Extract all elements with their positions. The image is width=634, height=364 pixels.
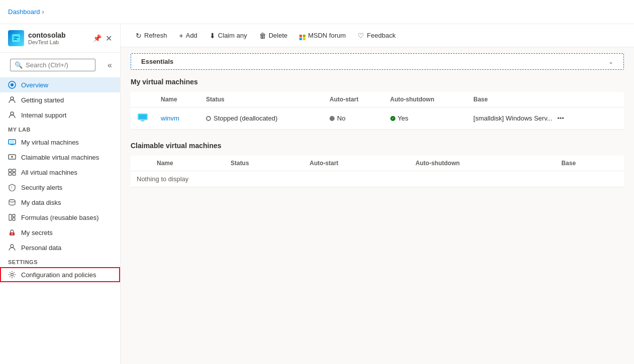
refresh-label: Refresh [144, 32, 167, 39]
delete-button[interactable]: 🗑 Delete [254, 29, 293, 43]
toolbar: ↻ Refresh + Add ⬇ Claim any 🗑 Delete [121, 24, 634, 47]
svg-rect-18 [13, 214, 15, 217]
col-status-header: Status [200, 92, 324, 107]
personal-data-icon [8, 244, 16, 252]
svg-text:!: ! [12, 186, 13, 189]
vm-name[interactable]: winvm [155, 107, 200, 130]
delete-label: Delete [269, 32, 288, 39]
sidebar-item-internal-support[interactable]: Internal support [0, 107, 120, 123]
my-vm-icon [8, 138, 16, 146]
search-icon: 🔍 [15, 61, 23, 69]
msdn-forum-label: MSDN forum [308, 32, 346, 39]
overview-icon [8, 81, 16, 89]
vm-auto-start: No [324, 107, 384, 130]
claimable-col-base-header: Base [555, 156, 624, 171]
app-icon [8, 30, 24, 46]
nothing-to-display: Nothing to display [131, 171, 624, 187]
config-icon [8, 271, 16, 279]
sidebar-item-claimable-vm-label: Claimable virtual machines [21, 154, 99, 161]
svg-point-6 [11, 112, 14, 115]
sidebar-item-formulas[interactable]: Formulas (reusable bases) [0, 210, 120, 225]
breadcrumb: Dashboard › [8, 8, 44, 16]
sidebar-item-my-secrets[interactable]: My secrets [0, 225, 120, 240]
essentials-label: Essentials [141, 58, 173, 65]
svg-rect-13 [9, 173, 12, 175]
svg-rect-2 [14, 39, 17, 40]
my-lab-section-label: My Lab [0, 123, 120, 135]
svg-rect-25 [139, 114, 147, 119]
sidebar-item-config-label: Configuration and policies [21, 271, 96, 279]
svg-point-16 [9, 200, 15, 202]
formulas-icon [8, 213, 16, 221]
vm-status: Stopped (deallocated) [200, 107, 324, 130]
sidebar-item-my-vm-label: My virtual machines [21, 139, 79, 146]
claimable-vm-table: Name Status Auto-start Auto-shutdown Bas… [131, 156, 624, 187]
internal-support-icon [8, 111, 16, 119]
svg-point-5 [11, 97, 14, 100]
svg-point-23 [11, 274, 14, 276]
vm-base: [smalldisk] Windows Serv... ••• [467, 107, 624, 130]
sidebar-item-my-virtual-machines[interactable]: My virtual machines [0, 135, 120, 150]
sidebar-item-my-data-disks[interactable]: My data disks [0, 195, 120, 210]
svg-point-4 [11, 83, 14, 86]
sidebar-item-security-alerts-label: Security alerts [21, 184, 62, 191]
feedback-icon: ♡ [358, 32, 364, 40]
sidebar-item-personal-data-label: Personal data [21, 244, 61, 252]
search-input[interactable] [26, 61, 91, 69]
pin-icon[interactable]: 📌 [93, 34, 101, 42]
claim-any-label: Claim any [218, 32, 247, 39]
breadcrumb-dashboard[interactable]: Dashboard [8, 8, 40, 16]
sidebar-item-overview[interactable]: Overview [0, 77, 120, 92]
add-icon: + [179, 32, 183, 40]
feedback-button[interactable]: ♡ Feedback [353, 29, 400, 43]
sidebar-item-formulas-label: Formulas (reusable bases) [21, 214, 99, 221]
settings-section-label: Settings [0, 255, 120, 267]
col-autoshutdown-header: Auto-shutdown [384, 92, 468, 107]
claimable-col-autoshutdown-header: Auto-shutdown [409, 156, 555, 171]
vm-row-icon [131, 107, 155, 130]
vm-more-button[interactable]: ••• [554, 113, 567, 123]
sidebar-item-getting-started[interactable]: Getting started [0, 92, 120, 107]
table-row: winvm Stopped (deallocated) [131, 107, 624, 130]
essentials-chevron-icon: ⌄ [608, 58, 613, 65]
data-disks-icon [8, 198, 16, 206]
sidebar-item-all-vm-label: All virtual machines [21, 169, 77, 176]
svg-rect-19 [13, 218, 15, 220]
svg-point-22 [11, 245, 14, 248]
vm-auto-shutdown: ✓ Yes [384, 107, 468, 130]
msdn-forum-button[interactable]: MSDN forum [294, 28, 351, 44]
svg-rect-12 [13, 169, 16, 172]
secrets-icon [8, 228, 16, 236]
claimable-col-status-header: Status [225, 156, 303, 171]
col-base-header: Base [467, 92, 624, 107]
svg-rect-1 [14, 37, 19, 38]
col-name-header: Name [155, 92, 200, 107]
refresh-icon: ↻ [136, 32, 142, 40]
claimable-nothing-row: Nothing to display [131, 171, 624, 187]
getting-started-icon [8, 96, 16, 104]
essentials-bar[interactable]: Essentials ⌄ [131, 53, 624, 70]
sidebar-item-internal-support-label: Internal support [21, 111, 66, 119]
refresh-button[interactable]: ↻ Refresh [131, 29, 172, 43]
svg-rect-0 [12, 34, 20, 42]
sidebar-item-all-vm[interactable]: All virtual machines [0, 165, 120, 180]
collapse-sidebar-button[interactable]: « [103, 59, 116, 72]
claimable-col-autostart-header: Auto-start [303, 156, 409, 171]
sidebar-item-security-alerts[interactable]: ! Security alerts [0, 180, 120, 195]
feedback-label: Feedback [367, 32, 395, 39]
col-autostart-header: Auto-start [324, 92, 384, 107]
svg-rect-8 [10, 141, 14, 143]
close-button[interactable]: ✕ [105, 34, 112, 43]
svg-point-21 [12, 233, 13, 234]
sidebar-item-overview-label: Overview [21, 81, 48, 89]
claim-icon: ⬇ [209, 32, 216, 40]
sidebar-item-personal-data[interactable]: Personal data [0, 240, 120, 255]
claim-any-button[interactable]: ⬇ Claim any [204, 29, 252, 43]
sidebar-item-claimable-vm[interactable]: Claimable virtual machines [0, 150, 120, 165]
msdn-icon [299, 31, 305, 41]
sidebar-item-configuration-policies[interactable]: Configuration and policies [0, 267, 120, 282]
all-vm-icon [8, 168, 16, 176]
svg-rect-26 [141, 120, 144, 122]
add-button[interactable]: + Add [174, 29, 202, 43]
claimable-vm-section-title: Claimable virtual machines [131, 142, 624, 150]
